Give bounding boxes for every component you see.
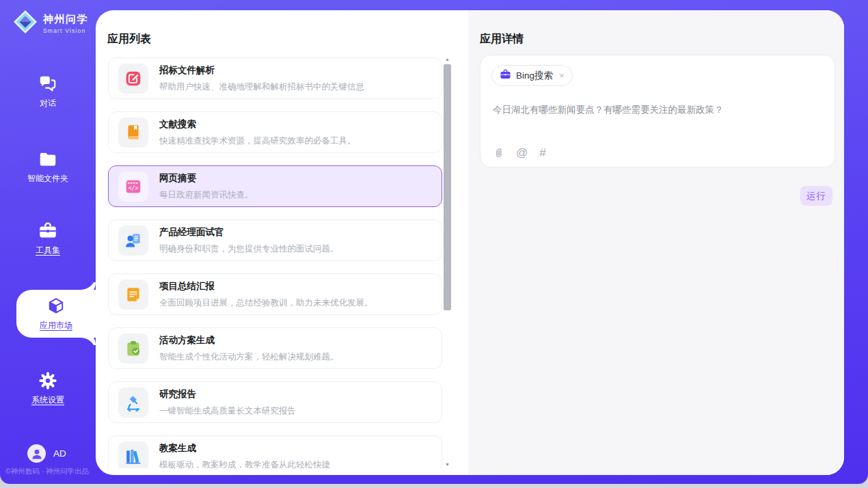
app-card-icon-tile — [118, 388, 148, 418]
cube-icon — [46, 296, 66, 316]
app-card[interactable]: 招标文件解析帮助用户快速、准确地理解和解析招标书中的关键信息 — [108, 57, 442, 99]
app-card-text: 项目总结汇报全面回顾项目进展，总结经验教训，助力未来优化发展。 — [159, 280, 373, 309]
app-card-desc: 快速精准查找学术资源，提高研究效率的必备工具。 — [159, 135, 356, 147]
webpage-icon: </> — [124, 178, 142, 195]
logo-text: 神州问学 Smart Vision — [43, 13, 88, 34]
app-card-title: 教案生成 — [159, 442, 330, 455]
app-card-title: 活动方案生成 — [159, 334, 339, 347]
user-account[interactable]: AD — [27, 444, 66, 463]
app-list-panel: 应用列表 招标文件解析帮助用户快速、准确地理解和解析招标书中的关键信息文献搜索快… — [96, 10, 468, 475]
scroll-up-arrow[interactable]: ▲ — [444, 56, 451, 63]
user-label: AD — [53, 448, 66, 459]
tool-tag-label: Bing搜索 — [516, 70, 553, 82]
app-card-text: 研究报告一键智能生成高质量长文本研究报告 — [159, 388, 296, 417]
sidebar-item-chat[interactable]: 对话 — [0, 74, 96, 109]
app-list-title: 应用列表 — [107, 32, 151, 46]
app-frame: 神州问学 Smart Vision 对话智能文件夹工具集应用市场系统设置 AD … — [0, 0, 868, 484]
app-card[interactable]: 研究报告一键智能生成高质量长文本研究报告 — [108, 381, 442, 423]
app-card-text: 网页摘要每日政府新闻资讯快查。 — [159, 172, 254, 201]
sidebar-item-folders[interactable]: 智能文件夹 — [0, 149, 96, 185]
user-avatar-icon — [27, 444, 46, 463]
interviewer-icon — [124, 232, 142, 249]
doc-edit-icon — [124, 70, 142, 87]
sidebar-item-label: 对话 — [40, 98, 56, 109]
app-logo: 神州问学 Smart Vision — [12, 9, 88, 38]
app-card-title: 项目总结汇报 — [159, 280, 373, 293]
svg-text:</>: </> — [128, 185, 139, 191]
sidebar-item-label: 智能文件夹 — [27, 173, 68, 185]
app-card-icon-tile: </> — [118, 172, 148, 202]
app-card-desc: 明确身份和职责，为您提供专业性的面试问题。 — [159, 243, 339, 255]
app-card-icon-tile — [118, 334, 148, 364]
sidebar-item-label: 应用市场 — [40, 320, 72, 331]
sidebar-item-market[interactable]: 应用市场 — [16, 290, 96, 338]
report-note-icon — [124, 286, 142, 303]
app-card-desc: 每日政府新闻资讯快查。 — [159, 189, 254, 201]
sidebar-item-label: 工具集 — [36, 245, 60, 256]
folder-icon — [38, 149, 58, 170]
book-icon — [124, 124, 142, 141]
app-card-title: 网页摘要 — [159, 172, 254, 185]
prompt-input-card[interactable]: Bing搜索 × 今日湖北有哪些新闻要点？有哪些需要关注的最新政策？ @# — [480, 55, 835, 167]
gear-icon — [38, 370, 58, 391]
microscope-icon — [124, 394, 142, 411]
app-card[interactable]: 产品经理面试官明确身份和职责，为您提供专业性的面试问题。 — [108, 219, 442, 261]
scrollbar-thumb[interactable] — [444, 64, 451, 310]
app-card-desc: 一键智能生成高质量长文本研究报告 — [159, 405, 296, 417]
app-card[interactable]: 教案生成模板驱动，教案秒成，教学准备从此轻松快捷 — [108, 435, 442, 468]
app-card-icon-tile — [118, 280, 148, 310]
app-card-title: 研究报告 — [159, 388, 296, 401]
clipboard-check-icon — [124, 340, 142, 357]
scrollbar[interactable]: ▲ ▼ — [444, 56, 451, 468]
app-card[interactable]: </>网页摘要每日政府新闻资讯快查。 — [108, 165, 442, 207]
app-card-title: 招标文件解析 — [159, 64, 364, 77]
app-card-text: 教案生成模板驱动，教案秒成，教学准备从此轻松快捷 — [159, 442, 330, 469]
app-card-icon-tile — [118, 442, 148, 469]
sidebar: 神州问学 Smart Vision 对话智能文件夹工具集应用市场系统设置 AD … — [0, 0, 96, 484]
prompt-text[interactable]: 今日湖北有哪些新闻要点？有哪些需要关注的最新政策？ — [493, 103, 822, 117]
app-card[interactable]: 项目总结汇报全面回顾项目进展，总结经验教训，助力未来优化发展。 — [108, 273, 442, 315]
app-card-icon-tile — [118, 118, 148, 148]
app-list-scroll-area: 招标文件解析帮助用户快速、准确地理解和解析招标书中的关键信息文献搜索快速精准查找… — [96, 56, 468, 468]
app-detail-title: 应用详情 — [480, 32, 524, 46]
app-card-icon-tile — [118, 64, 148, 94]
logo-title: 神州问学 — [43, 13, 88, 26]
app-detail-panel: 应用详情 Bing搜索 × 今日湖北有哪些新闻要点？有哪些需要关注的最新政策？ … — [468, 10, 844, 475]
scroll-down-arrow[interactable]: ▼ — [444, 461, 451, 468]
app-card-icon-tile — [118, 226, 148, 256]
sidebar-item-label: 系统设置 — [31, 394, 64, 406]
app-card-title: 文献搜索 — [159, 118, 356, 131]
paperclip-icon[interactable] — [493, 147, 504, 159]
app-card-text: 文献搜索快速精准查找学术资源，提高研究效率的必备工具。 — [159, 118, 356, 147]
logo-gem-icon — [12, 9, 38, 38]
app-card-text: 产品经理面试官明确身份和职责，为您提供专业性的面试问题。 — [159, 226, 339, 255]
tag-close-icon[interactable]: × — [559, 70, 565, 81]
app-card-title: 产品经理面试官 — [159, 226, 339, 239]
input-toolbar: @# — [493, 147, 546, 159]
app-card-desc: 帮助用户快速、准确地理解和解析招标书中的关键信息 — [159, 81, 364, 93]
tool-tag-bing-search[interactable]: Bing搜索 × — [491, 65, 573, 86]
sidebar-item-settings[interactable]: 系统设置 — [0, 370, 96, 406]
main-content: 应用列表 招标文件解析帮助用户快速、准确地理解和解析招标书中的关键信息文献搜索快… — [96, 10, 844, 475]
app-card[interactable]: 文献搜索快速精准查找学术资源，提高研究效率的必备工具。 — [108, 111, 442, 153]
books-icon — [124, 448, 142, 465]
briefcase-icon — [500, 68, 511, 83]
app-card-text: 活动方案生成智能生成个性化活动方案，轻松解决规划难题。 — [159, 334, 339, 363]
at-icon[interactable]: @ — [516, 147, 528, 159]
app-card-list: 招标文件解析帮助用户快速、准确地理解和解析招标书中的关键信息文献搜索快速精准查找… — [96, 57, 468, 468]
run-button[interactable]: 运行 — [800, 186, 832, 206]
copyright-text: ©神州数码 · 神州问学出品 — [5, 467, 89, 476]
hash-icon[interactable]: # — [539, 147, 545, 159]
sidebar-item-tools[interactable]: 工具集 — [0, 221, 96, 256]
app-card-text: 招标文件解析帮助用户快速、准确地理解和解析招标书中的关键信息 — [159, 64, 364, 93]
toolbox-icon — [38, 221, 58, 241]
app-card-desc: 模板驱动，教案秒成，教学准备从此轻松快捷 — [159, 459, 330, 469]
app-card-desc: 全面回顾项目进展，总结经验教训，助力未来优化发展。 — [159, 297, 373, 309]
app-card[interactable]: 活动方案生成智能生成个性化活动方案，轻松解决规划难题。 — [108, 327, 442, 369]
chat-icon — [38, 74, 58, 94]
logo-subtitle: Smart Vision — [43, 27, 88, 34]
app-card-desc: 智能生成个性化活动方案，轻松解决规划难题。 — [159, 351, 339, 363]
